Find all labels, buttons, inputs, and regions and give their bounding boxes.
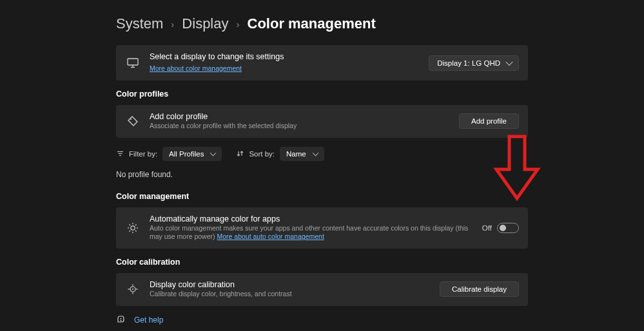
sort-by-dropdown[interactable]: Name — [280, 147, 324, 161]
svg-line-12 — [130, 224, 131, 225]
more-about-auto-color-link[interactable]: More about auto color management — [217, 232, 324, 240]
page-title: Color management — [248, 15, 376, 32]
auto-color-toggle[interactable] — [497, 223, 519, 233]
svg-line-14 — [130, 231, 131, 232]
svg-point-23 — [121, 320, 121, 321]
profile-filter-row: Filter by: All Profiles Sort by: Name — [116, 147, 528, 161]
auto-color-title: Automatically manage color for apps — [150, 214, 473, 223]
auto-color-toggle-state: Off — [482, 224, 492, 232]
sort-by-label: Sort by: — [249, 150, 275, 158]
brightness-icon — [125, 220, 141, 236]
breadcrumb-system[interactable]: System — [116, 15, 163, 32]
svg-rect-0 — [128, 59, 138, 65]
chevron-right-icon: › — [237, 19, 240, 30]
tag-icon — [125, 113, 141, 129]
color-management-header: Color management — [116, 192, 528, 201]
filter-icon — [116, 150, 124, 158]
svg-point-7 — [131, 226, 135, 230]
sort-icon — [236, 150, 244, 158]
help-row: Get help — [116, 315, 528, 325]
filter-by-dropdown[interactable]: All Profiles — [162, 147, 222, 161]
monitor-icon — [125, 55, 141, 71]
svg-line-15 — [135, 224, 137, 225]
breadcrumb-display[interactable]: Display — [182, 15, 228, 32]
calibrate-display-button[interactable]: Calibrate display — [440, 281, 519, 297]
add-profile-subtitle: Associate a color profile with the selec… — [150, 122, 450, 131]
chevron-right-icon: › — [171, 19, 174, 30]
breadcrumb: System › Display › Color management — [116, 15, 528, 32]
display-dropdown[interactable]: Display 1: LG QHD — [429, 55, 519, 71]
no-profile-found-text: No profile found. — [116, 170, 528, 179]
display-selector-card: Select a display to change its settings … — [116, 45, 528, 80]
svg-line-13 — [135, 231, 137, 232]
more-about-color-management-link[interactable]: More about color management — [150, 64, 242, 72]
display-calibration-card: Display color calibration Calibrate disp… — [116, 273, 528, 306]
svg-point-3 — [130, 118, 132, 120]
color-profiles-header: Color profiles — [116, 90, 528, 99]
calibration-subtitle: Calibrate display color, brightness, and… — [150, 290, 431, 299]
add-profile-title: Add color profile — [150, 112, 450, 121]
calibration-icon — [125, 281, 141, 297]
add-color-profile-card: Add color profile Associate a color prof… — [116, 105, 528, 138]
calibration-title: Display color calibration — [150, 280, 431, 289]
add-profile-button[interactable]: Add profile — [459, 113, 519, 129]
get-help-link[interactable]: Get help — [134, 316, 163, 325]
svg-point-22 — [121, 318, 121, 319]
svg-point-17 — [132, 288, 133, 290]
color-calibration-header: Color calibration — [116, 258, 528, 267]
auto-color-subtitle: Auto color management makes sure your ap… — [150, 224, 473, 241]
display-selector-title: Select a display to change its settings — [150, 52, 420, 61]
auto-color-management-card: Automatically manage color for apps Auto… — [116, 207, 528, 249]
help-icon — [116, 315, 126, 325]
filter-by-label: Filter by: — [129, 150, 157, 158]
